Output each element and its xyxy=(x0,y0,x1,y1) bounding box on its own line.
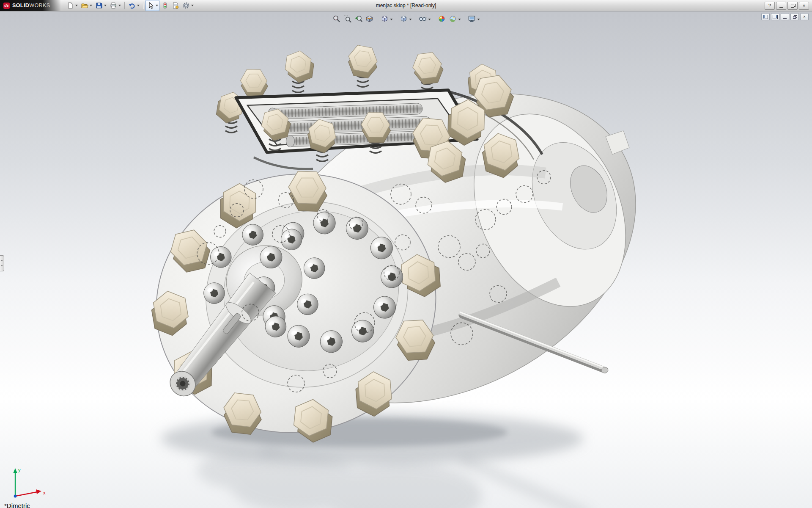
help-button[interactable]: ? xyxy=(765,2,775,10)
restore-button[interactable] xyxy=(787,2,798,10)
chevron-down-icon[interactable] xyxy=(90,5,92,6)
hide-show-glasses-icon xyxy=(419,14,427,25)
view-orientation-cube-icon xyxy=(381,14,389,25)
main-toolbar xyxy=(65,0,195,11)
edit-appearance-button[interactable] xyxy=(436,14,447,25)
rebuild-button[interactable] xyxy=(160,0,170,11)
view-settings-icon xyxy=(468,14,476,25)
svg-text:y: y xyxy=(18,467,21,472)
dassault-logo-icon: ds xyxy=(3,3,10,9)
previous-view-icon xyxy=(354,14,363,25)
new-document-button[interactable] xyxy=(65,0,79,11)
right-pane-icon xyxy=(773,15,778,19)
chevron-down-icon[interactable] xyxy=(428,19,431,20)
chevron-down-icon[interactable] xyxy=(390,19,393,20)
select-cursor-icon xyxy=(147,2,154,9)
view-orientation-button[interactable] xyxy=(379,14,394,25)
toolbar-separator xyxy=(124,2,125,9)
brand-text: SOLIDWORKS xyxy=(12,3,50,8)
triad-y-axis: y xyxy=(13,467,21,496)
zoom-to-area-icon xyxy=(343,14,352,25)
graphics-area[interactable]: × y x *Dimetric xyxy=(0,11,812,508)
apply-scene-icon xyxy=(449,14,457,25)
file-properties-button[interactable] xyxy=(170,0,181,11)
new-document-icon xyxy=(66,2,74,9)
right-pane-toggle-button[interactable] xyxy=(771,13,779,20)
featuremanager-collapsed-tab[interactable] xyxy=(0,255,4,271)
undo-button[interactable] xyxy=(127,0,141,11)
zoom-to-area-button[interactable] xyxy=(342,14,353,25)
save-button[interactable] xyxy=(94,0,108,11)
left-pane-icon xyxy=(763,15,768,19)
reference-triad: y x xyxy=(4,459,55,501)
minimize-icon xyxy=(779,7,783,8)
chevron-down-icon[interactable] xyxy=(477,19,480,20)
minimize-button[interactable] xyxy=(776,2,786,10)
chevron-down-icon[interactable] xyxy=(156,5,158,6)
chevron-down-icon[interactable] xyxy=(137,5,140,6)
restore-icon xyxy=(791,4,795,7)
zoom-to-fit-icon xyxy=(332,14,341,25)
view-settings-button[interactable] xyxy=(466,14,481,25)
model-3d-view[interactable] xyxy=(0,11,812,508)
undo-icon xyxy=(128,2,136,9)
toolbar-separator xyxy=(143,2,143,9)
print-button[interactable] xyxy=(108,0,122,11)
window-controls: ? × xyxy=(765,2,812,10)
options-button[interactable] xyxy=(181,0,195,11)
solidworks-brand: ds SOLIDWORKS xyxy=(0,0,61,11)
select-tool-button[interactable] xyxy=(145,0,159,11)
display-style-button[interactable] xyxy=(398,14,413,25)
save-floppy-icon xyxy=(95,2,103,9)
open-folder-icon xyxy=(81,2,88,9)
window-title: menjac sklop * [Read-only] xyxy=(376,3,436,8)
file-properties-icon xyxy=(172,2,179,9)
triad-x-axis: x xyxy=(15,489,46,496)
apply-scene-button[interactable] xyxy=(447,14,462,25)
triad-z-axis xyxy=(14,495,17,498)
display-style-cube-icon xyxy=(400,14,408,25)
section-view-icon xyxy=(365,14,374,25)
edit-appearance-ball-icon xyxy=(438,14,446,25)
hide-show-items-button[interactable] xyxy=(417,14,432,25)
heads-up-view-toolbar xyxy=(331,14,481,25)
close-button[interactable]: × xyxy=(799,2,809,10)
chevron-down-icon[interactable] xyxy=(458,19,461,20)
print-icon xyxy=(110,2,117,9)
document-close-button[interactable]: × xyxy=(800,13,809,20)
model-shadow xyxy=(161,412,584,465)
options-gear-icon xyxy=(182,2,190,9)
document-window-controls: × xyxy=(761,13,809,20)
title-bar: ds SOLIDWORKS xyxy=(0,0,812,11)
previous-view-button[interactable] xyxy=(353,14,364,25)
document-minimize-button[interactable] xyxy=(781,13,789,20)
chevron-down-icon[interactable] xyxy=(409,19,412,20)
restore-icon xyxy=(793,15,797,19)
minimize-icon xyxy=(783,18,787,19)
svg-text:x: x xyxy=(43,490,46,495)
open-document-button[interactable] xyxy=(80,0,93,11)
chevron-down-icon[interactable] xyxy=(75,5,78,6)
chevron-down-icon[interactable] xyxy=(191,5,194,6)
left-pane-toggle-button[interactable] xyxy=(761,13,770,20)
zoom-to-fit-button[interactable] xyxy=(331,14,342,25)
view-orientation-label: *Dimetric xyxy=(4,502,30,508)
solidworks-window: ds SOLIDWORKS xyxy=(0,0,812,508)
rebuild-traffic-light-icon xyxy=(161,2,169,9)
chevron-down-icon[interactable] xyxy=(104,5,107,6)
chevron-down-icon[interactable] xyxy=(118,5,121,6)
section-view-button[interactable] xyxy=(364,14,375,25)
document-restore-button[interactable] xyxy=(790,13,799,20)
